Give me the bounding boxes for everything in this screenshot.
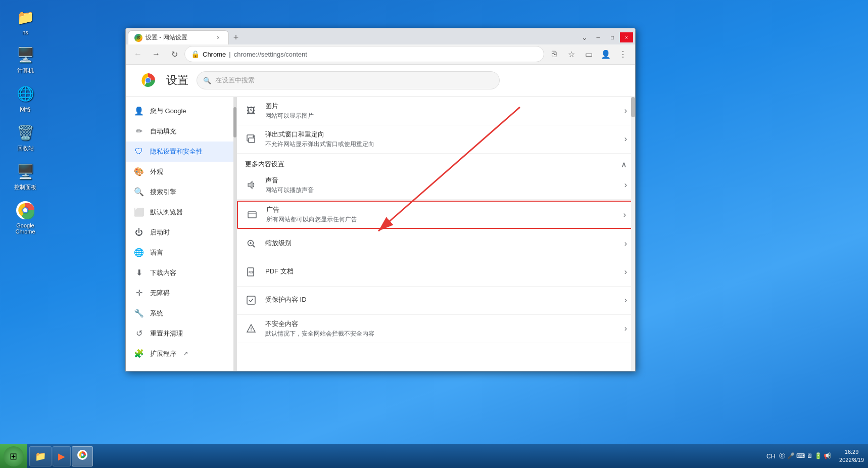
refresh-button[interactable]: ↻ (166, 46, 182, 62)
content-item-ads[interactable]: 广告 所有网站都可以向您显示任何广告 › (237, 201, 635, 229)
computer-icon: 🖥️ (15, 44, 35, 65)
desktop-icon-control[interactable]: 🖥️ 控制面板 (5, 159, 45, 193)
desktop-icon-network[interactable]: 🌐 网络 (5, 81, 45, 115)
sidebar-item-appearance[interactable]: 🎨 外观 (126, 162, 236, 182)
minimize-button[interactable]: ─ (592, 32, 605, 42)
clock-time: 16:29 (839, 448, 864, 456)
profile-button[interactable]: 👤 (598, 46, 614, 62)
sidebar-toggle-button[interactable]: ▭ (581, 46, 597, 62)
popup-icon (245, 133, 257, 145)
taskbar-item-media[interactable]: ▶ (53, 446, 71, 466)
startup-icon: ⏻ (134, 227, 144, 238)
content-item-protected[interactable]: 受保护内容 ID › (237, 287, 635, 315)
media-taskbar-icon: ▶ (58, 451, 65, 462)
svg-point-7 (146, 78, 151, 83)
item-title: 广告 (266, 205, 615, 214)
item-title: PDF 文档 (265, 267, 616, 276)
chevron-right-icon: › (624, 180, 627, 190)
desktop-icons-area: 📁 ns 🖥️ 计算机 🌐 网络 🗑️ 回收站 🖥️ 控制面板 (0, 0, 51, 242)
content-item-images[interactable]: 🖼 图片 网站可以显示图片 › (237, 97, 635, 125)
external-link-icon: ↗ (183, 350, 188, 357)
sidebar-item-search[interactable]: 🔍 搜索引擎 (126, 182, 236, 202)
content-item-unsafe[interactable]: 不安全内容 默认情况下，安全网站会拦截不安全内容 › (237, 315, 635, 343)
pdf-icon: PDF (245, 266, 257, 278)
settings-search-box[interactable]: 🔍 在设置中搜索 (197, 71, 500, 89)
address-domain: Chrome (203, 51, 226, 58)
navigation-bar: ← → ↻ 🔒 Chrome | chrome://settings/conte… (126, 44, 635, 64)
sidebar-label: 下载内容 (150, 268, 176, 277)
item-subtitle: 默认情况下，安全网站会拦截不安全内容 (265, 330, 616, 338)
item-subtitle: 不允许网站显示弹出式窗口或使用重定向 (265, 140, 616, 149)
new-tab-button[interactable]: + (229, 30, 243, 44)
sidebar-item-extensions[interactable]: 🧩 扩展程序 ↗ (126, 344, 236, 364)
network-icon: 🌐 (15, 83, 35, 104)
start-button[interactable]: ⊞ (0, 444, 27, 469)
content-item-zoom[interactable]: 缩放级别 › (237, 230, 635, 258)
svg-point-5 (23, 208, 27, 212)
sidebar-item-language[interactable]: 🌐 语言 (126, 243, 236, 263)
address-path: chrome://settings/content (234, 51, 307, 58)
chrome-dropdown-button[interactable]: ⌄ (577, 30, 592, 44)
chevron-right-icon: › (623, 210, 626, 219)
sidebar-item-downloads[interactable]: ⬇ 下载内容 (126, 263, 236, 283)
forward-button[interactable]: → (148, 46, 164, 62)
address-bar[interactable]: 🔒 Chrome | chrome://settings/content (184, 46, 544, 62)
maximize-button[interactable]: □ (606, 32, 619, 42)
content-item-pdf[interactable]: PDF PDF 文档 › (237, 258, 635, 287)
taskbar-tray: CH ⓪ 🎤 ⌨ 🖥 🔋 📢 (762, 444, 835, 468)
desktop-icon-chrome[interactable]: Google Chrome (5, 198, 45, 237)
desktop-icon-label: 回收站 (17, 145, 34, 152)
taskbar-item-folder[interactable]: 📁 (29, 446, 52, 466)
system-icon: 🔧 (134, 308, 144, 318)
back-button[interactable]: ← (130, 46, 146, 62)
main-scroll-thumb[interactable] (631, 97, 635, 117)
tray-icons: ⓪ 🎤 ⌨ 🖥 🔋 📢 (779, 452, 831, 460)
menu-button[interactable]: ⋮ (615, 46, 631, 62)
desktop-icon-ns[interactable]: 📁 ns (5, 5, 45, 37)
sidebar-item-privacy[interactable]: 🛡 隐私设置和安全性 (126, 142, 236, 162)
content-item-popups[interactable]: 弹出式窗口和重定向 不允许网站显示弹出式窗口或使用重定向 › (237, 125, 635, 154)
sidebar-scroll-thumb[interactable] (233, 107, 236, 137)
sidebar-label: 启动时 (150, 228, 170, 237)
sidebar-item-system[interactable]: 🔧 系统 (126, 303, 236, 323)
item-text: PDF 文档 (265, 267, 616, 277)
chevron-right-icon: › (624, 106, 627, 115)
sidebar-item-startup[interactable]: ⏻ 启动时 (126, 222, 236, 243)
desktop-icon-computer[interactable]: 🖥️ 计算机 (5, 42, 45, 76)
title-bar: ⚙ 设置 - 网站设置 × + ⌄ ─ □ × (126, 28, 635, 44)
close-button[interactable]: × (620, 32, 633, 42)
sidebar-item-accessibility[interactable]: ✛ 无障碍 (126, 283, 236, 303)
desktop-icon-recycle[interactable]: 🗑️ 回收站 (5, 120, 45, 154)
chevron-right-icon: › (624, 296, 627, 305)
item-subtitle: 网站可以播放声音 (265, 186, 616, 195)
main-content-panel: 🖼 图片 网站可以显示图片 › (237, 97, 635, 371)
bookmark-button[interactable]: ☆ (563, 46, 580, 62)
item-subtitle: 所有网站都可以向您显示任何广告 (266, 215, 615, 224)
taskbar: ⊞ 📁 ▶ (0, 444, 868, 468)
section-collapse-button[interactable]: ∧ (621, 160, 627, 169)
content-item-sound[interactable]: 声音 网站可以播放声音 › (237, 171, 635, 200)
search-icon: 🔍 (203, 77, 211, 84)
download-icon: ⬇ (134, 268, 144, 278)
browser-window: ⚙ 设置 - 网站设置 × + ⌄ ─ □ × ← → ↻ 🔒 Chrome | (125, 28, 636, 371)
sidebar-item-browser[interactable]: ⬜ 默认浏览器 (126, 202, 236, 222)
item-title: 弹出式窗口和重定向 (265, 130, 616, 139)
sidebar-scroll-track (233, 97, 236, 371)
sidebar-label: 隐私设置和安全性 (150, 147, 203, 156)
page-title: 设置 (166, 73, 188, 88)
browser-tab[interactable]: ⚙ 设置 - 网站设置 × (128, 30, 229, 44)
sidebar-item-reset[interactable]: ↺ 重置并清理 (126, 323, 236, 344)
sidebar-item-autofill[interactable]: ✏ 自动填充 (126, 121, 236, 142)
taskbar-clock[interactable]: 16:29 2022/8/19 (835, 448, 868, 464)
tab-close-button[interactable]: × (214, 34, 222, 42)
security-icon: 🔒 (191, 50, 200, 58)
taskbar-item-chrome[interactable] (72, 446, 93, 466)
reset-icon: ↺ (134, 329, 144, 339)
item-subtitle: 网站可以显示图片 (265, 112, 616, 120)
item-text: 图片 网站可以显示图片 (265, 102, 616, 120)
settings-page: 设置 🔍 在设置中搜索 👤 您与 Google ✏ 自动填充 (126, 65, 635, 371)
sidebar-item-google[interactable]: 👤 您与 Google (126, 101, 236, 121)
item-text: 受保护内容 ID (265, 295, 616, 305)
share-button[interactable]: ⎘ (546, 46, 562, 62)
tab-favicon: ⚙ (134, 34, 142, 42)
